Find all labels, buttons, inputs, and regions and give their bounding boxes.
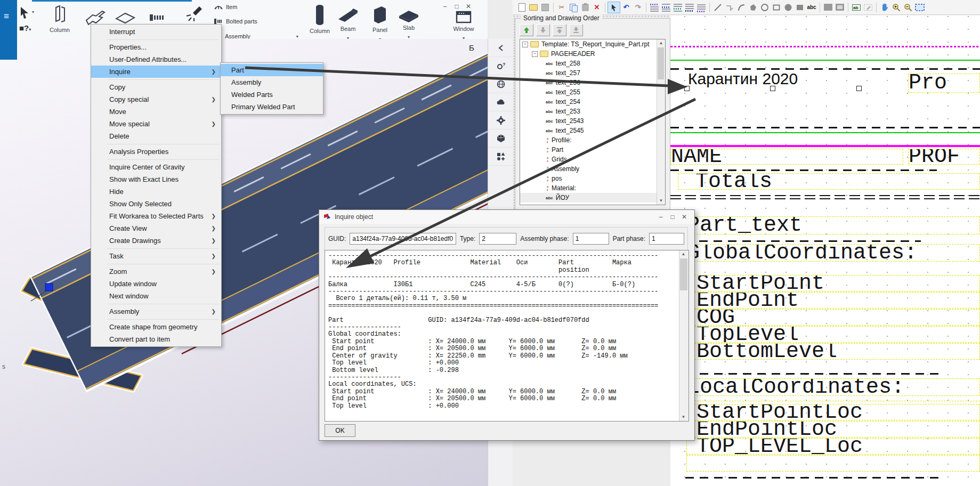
tree-item-text[interactable]: abctext_256 — [520, 78, 665, 87]
image-tool-button[interactable] — [822, 2, 834, 13]
rectangle-tool-button[interactable] — [771, 2, 782, 13]
field-box-toplevel[interactable]: TopLevel — [686, 326, 980, 343]
move-up-button[interactable] — [520, 24, 533, 36]
weld-icon[interactable] — [182, 4, 204, 22]
zoom-window-button[interactable] — [914, 2, 926, 13]
tree-scrollbar[interactable]: ▲▼ — [657, 39, 665, 205]
arc-tool-button[interactable] — [735, 2, 747, 13]
submenu-item-assembly[interactable]: Assembly — [221, 76, 323, 88]
dialog-titlebar[interactable]: Inquire object – □ ✕ — [319, 210, 694, 224]
paste-button[interactable] — [579, 2, 591, 13]
report-scrollbar[interactable]: ▲▼ — [679, 250, 689, 421]
tree-item-text[interactable]: abctext_2545 — [520, 126, 665, 135]
band-line-green[interactable] — [670, 60, 980, 61]
minimize-icon[interactable]: – — [439, 3, 451, 10]
item-button[interactable]: Item — [214, 2, 237, 12]
scroll-up-icon[interactable]: ▲ — [679, 250, 687, 258]
band-line-magenta-dotted[interactable] — [670, 46, 980, 47]
tree-item-text[interactable]: abctext_258 — [520, 59, 665, 68]
selection-handle[interactable] — [45, 284, 53, 291]
add-pagefooter-band-button[interactable] — [684, 2, 695, 13]
menu-item-move[interactable]: Move — [91, 106, 221, 118]
tree-item-field[interactable]: azMaterial: — [520, 183, 665, 193]
create-column-button[interactable]: Column — [306, 4, 333, 34]
panel-outline-icon[interactable] — [114, 12, 136, 25]
expander-icon[interactable]: − — [532, 51, 538, 57]
save-button[interactable] — [539, 2, 551, 13]
tree-item-field[interactable]: azPart — [520, 145, 665, 155]
menu-item-update-window[interactable]: Update window — [91, 278, 221, 290]
tree-item-pageheader[interactable]: −PAGEHEADER — [520, 49, 665, 59]
beam-outline-icon[interactable] — [84, 10, 107, 26]
polyline-tool-button[interactable] — [724, 2, 735, 13]
menu-item-create-drawings[interactable]: Create Drawings❯ — [91, 234, 221, 247]
close-icon[interactable]: ✕ — [463, 3, 474, 10]
menu-item-convert-part-to-item[interactable]: Convert part to item — [91, 333, 221, 345]
field-box-part-text[interactable]: Part_text — [678, 216, 980, 234]
create-panel-button[interactable]: Panel▾ — [368, 5, 392, 43]
menu-item-inquire-center-of-gravity[interactable]: Inquire Center of Gravity — [91, 161, 221, 173]
add-pageheader-band-button[interactable] — [660, 2, 672, 13]
field-box-endpointloc[interactable]: EndPointLoc — [686, 421, 980, 438]
delete-button[interactable]: ✕ — [591, 2, 603, 13]
add-header-band-button[interactable] — [649, 2, 660, 13]
band-line-dashed[interactable] — [685, 373, 941, 375]
field-box-endpoint[interactable]: EndPoint — [686, 292, 980, 309]
field-box-name[interactable]: NAME — [670, 149, 903, 165]
submenu-item-part[interactable]: Part — [221, 64, 323, 76]
band-line-dashed[interactable] — [670, 127, 980, 128]
model-objects-button[interactable] — [488, 129, 513, 148]
field-box-bottomlevelloc[interactable] — [686, 455, 980, 472]
inquire-report-area[interactable]: ----------------------------------------… — [325, 250, 689, 422]
field-box-prof[interactable]: PROF — [908, 149, 980, 165]
band-line-magenta[interactable] — [670, 145, 980, 147]
select-tool-button[interactable] — [608, 2, 620, 13]
create-beam-button[interactable]: Beam▾ — [336, 7, 360, 42]
settings-button[interactable] — [488, 111, 513, 129]
tree-item-template[interactable]: −Template: TS_Report_Inquire_Part.rpt — [520, 39, 665, 49]
tree-item-text-selected[interactable]: abcЙОУ — [520, 193, 665, 203]
part-phase-field[interactable] — [649, 233, 684, 245]
menu-item-user-defined-attributes[interactable]: User-Defined Attributes... — [91, 53, 221, 66]
menu-item-next-window[interactable]: Next window — [91, 290, 221, 302]
maximize-icon[interactable]: □ — [667, 213, 678, 221]
tree-item-field[interactable]: azProfile: — [520, 135, 665, 145]
field-box-localcoordinates[interactable]: LocalCoordinates: — [678, 378, 980, 396]
select-arrow-caret[interactable]: ▾ — [32, 10, 34, 14]
submenu-item-primary-welded-part[interactable]: Primary Welded Part — [221, 101, 323, 113]
tree-item-text[interactable]: abctext_254 — [520, 97, 665, 107]
scroll-down-icon[interactable]: ▼ — [679, 414, 687, 421]
guid-field[interactable] — [350, 233, 456, 245]
circle-tool-button[interactable] — [759, 2, 771, 13]
move-to-bottom-button[interactable] — [569, 24, 583, 36]
components-button[interactable] — [488, 148, 513, 166]
menu-item-copy-special[interactable]: Copy special❯ — [91, 93, 221, 106]
template-structure-tree[interactable]: −Template: TS_Report_Inquire_Part.rpt −P… — [520, 39, 666, 205]
open-file-button[interactable] — [528, 2, 539, 13]
field-box-bottomlevel[interactable]: BottomLevel — [686, 343, 980, 360]
undo-button[interactable]: ↶ — [620, 2, 632, 13]
move-to-top-button[interactable] — [553, 24, 566, 36]
close-icon[interactable]: ✕ — [678, 213, 690, 221]
zoom-in-button[interactable] — [890, 2, 902, 13]
menu-item-delete[interactable]: Delete — [91, 130, 221, 142]
menu-item-properties[interactable]: Properties... — [91, 41, 221, 53]
bolted-parts-outline-icon[interactable] — [149, 13, 165, 22]
menu-item-copy[interactable]: Copy — [91, 81, 221, 93]
edit-field-button[interactable] — [862, 2, 874, 13]
select-arrow-tool[interactable] — [19, 6, 31, 22]
field-box-globalcoordinates[interactable]: GlobalCoordinates: — [678, 244, 980, 262]
menu-item-create-view[interactable]: Create View❯ — [91, 222, 221, 234]
submenu-item-welded-parts[interactable]: Welded Parts — [221, 88, 323, 101]
menu-item-analysis-properties[interactable]: Analysis Properties — [91, 145, 221, 158]
text-tool-button[interactable]: abc — [806, 2, 817, 13]
scroll-thumb[interactable] — [680, 258, 687, 290]
create-slab-button[interactable]: Slab▾ — [396, 9, 421, 40]
value-field-button[interactable]: ab — [851, 2, 862, 13]
band-line-dashed[interactable] — [685, 477, 941, 479]
add-row-band-button[interactable] — [672, 2, 684, 13]
zoom-out-button[interactable] — [902, 2, 914, 13]
field-box-pro[interactable]: Pro — [908, 74, 980, 93]
hamburger-icon[interactable]: ≡ — [4, 12, 9, 21]
band-line-green[interactable] — [670, 132, 980, 133]
